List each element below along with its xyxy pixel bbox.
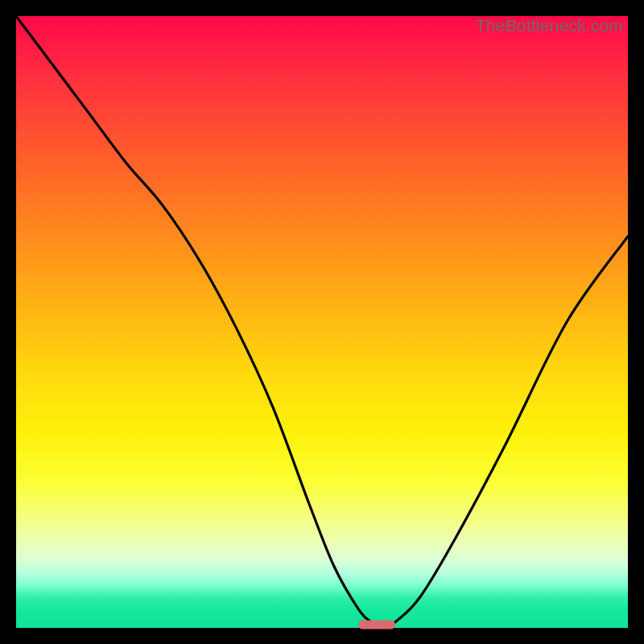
chart-frame: TheBottleneck.com (16, 16, 628, 628)
optimum-marker (358, 621, 395, 630)
gradient-plot-area (16, 16, 628, 628)
watermark-text: TheBottleneck.com (476, 16, 623, 35)
